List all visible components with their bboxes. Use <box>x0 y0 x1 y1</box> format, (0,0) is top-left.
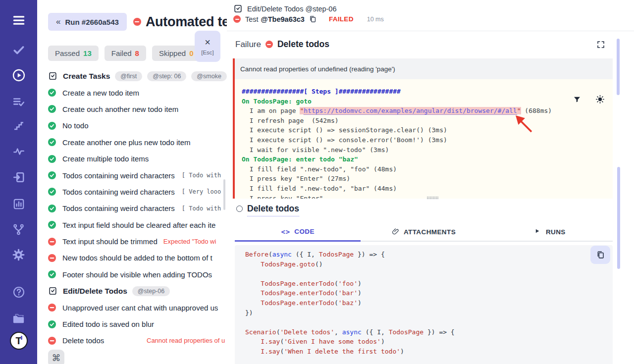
fullscreen-icon[interactable] <box>596 40 605 49</box>
code-line: I.say('Given I have some todos') <box>245 337 613 347</box>
test-meta-row: Test @Tbe9a63c3 FAILED 10 ms <box>233 15 384 23</box>
menu-icon[interactable] <box>0 12 37 29</box>
filter-icon[interactable] <box>573 96 581 104</box>
test-row[interactable]: Create a new todo item <box>48 84 227 101</box>
test-row[interactable]: Todos containing weird characters[ Very … <box>48 184 227 200</box>
runs-icon <box>534 228 542 236</box>
suite-tag[interactable]: @first <box>115 71 142 81</box>
step-line: I fill field ".new-todo", "foo" (48ms) <box>242 164 613 174</box>
page-url-link[interactable]: https://todomvc.com/examples/angular/dis… <box>304 107 517 115</box>
step-line: I execute script () => sessionStorage.cl… <box>242 125 613 135</box>
test-row[interactable]: Text input should be trimmedExpected "To… <box>48 233 227 250</box>
failed-icon <box>48 337 56 345</box>
activity-icon[interactable] <box>0 143 37 160</box>
code-line <box>245 269 613 279</box>
close-overlay-button[interactable]: × [Esc] <box>195 31 220 62</box>
tab-runs[interactable]: RUNS <box>487 223 613 241</box>
duration-label: 10 ms <box>367 16 384 23</box>
test-row[interactable]: Delete todosCannot read properties of u <box>48 332 227 349</box>
test-row[interactable]: Create ouch another new todo item <box>48 101 227 117</box>
test-row[interactable]: Edited todo is saved on blur <box>48 316 227 332</box>
status-badge-skipped[interactable]: Skipped0 <box>152 46 201 61</box>
suite-name: Create Tasks <box>63 72 110 81</box>
login-icon[interactable] <box>0 169 37 186</box>
failed-icon <box>48 238 56 246</box>
code-line: TodosPage.enterTodo('foo') <box>245 279 613 289</box>
close-icon: × <box>205 37 211 47</box>
test-title: Footer should be visible when adding TOD… <box>62 270 212 279</box>
test-failed-icon <box>233 15 241 23</box>
test-row[interactable]: Create multiple todo items <box>48 151 227 167</box>
test-id: @Tbe9a63c3 <box>261 15 305 23</box>
step-line: I fill field ".new-todo", "bar" (44ms) <box>242 184 613 194</box>
run-id-label: Run #2660a543 <box>65 18 118 26</box>
scrollbar-thumb-top[interactable] <box>617 39 620 95</box>
list-scrollbar[interactable] <box>223 179 225 210</box>
suite-tag[interactable]: @step-06 <box>132 286 170 296</box>
failure-header: Failure Delete todos <box>235 39 329 50</box>
test-title: Unapproved user cant chat with unapprove… <box>62 304 218 312</box>
test-row[interactable]: Footer should be visible when adding TOD… <box>48 266 227 283</box>
status-badges: Passed13Failed8Skipped0 <box>48 46 201 61</box>
status-badge-failed[interactable]: Failed8 <box>105 46 146 61</box>
code-icon: <> <box>281 228 290 236</box>
status-badge-passed[interactable]: Passed13 <box>48 46 99 61</box>
copy-test-id-icon[interactable] <box>309 15 317 23</box>
app-logo[interactable]: T <box>0 332 37 349</box>
code-line: TodosPage.enterTodo('bar') <box>245 288 613 298</box>
tab-code[interactable]: <>CODE <box>235 223 361 242</box>
steps-icon[interactable] <box>0 117 37 134</box>
scenario-title[interactable]: Delete todos <box>247 204 299 216</box>
tab-attachments[interactable]: ATTACHMENTS <box>361 223 486 241</box>
test-row[interactable]: Todos containing weird characters[ Todo … <box>48 167 227 183</box>
failed-icon <box>48 254 56 262</box>
suite-row[interactable]: Edit/Delete Todos@step-06 <box>48 283 227 299</box>
step-line: I refresh page (542ms) <box>242 116 613 126</box>
run-back-button[interactable]: « Run #2660a543 <box>48 13 127 31</box>
passed-icon <box>48 89 56 97</box>
header-divider <box>227 31 634 31</box>
tests-check-icon[interactable] <box>0 42 37 58</box>
passed-icon <box>48 122 56 130</box>
failure-test-icon <box>265 41 273 48</box>
run-failed-icon <box>133 18 141 26</box>
command-key-badge[interactable]: ⌘ <box>48 350 64 364</box>
test-row[interactable]: Unapproved user cant chat with unapprove… <box>48 299 227 315</box>
scrollbar-thumb-bottom[interactable] <box>617 167 620 269</box>
test-row[interactable]: Create another one plus new todo item <box>48 134 227 151</box>
tab-label: RUNS <box>546 228 566 236</box>
scenario-status-icon <box>236 206 243 212</box>
test-row[interactable]: Todos containing weird characters[ Todo … <box>48 200 227 216</box>
passed-icon <box>48 171 56 179</box>
projects-icon[interactable] <box>0 310 37 326</box>
suite-tag[interactable]: @smoke <box>191 71 227 81</box>
analytics-icon[interactable] <box>0 196 37 212</box>
settings-icon[interactable] <box>0 246 37 263</box>
sidebar: T <box>0 0 37 364</box>
test-data-preview: [ Very looo <box>182 188 221 195</box>
test-title: Edited todo is saved on blur <box>62 320 154 328</box>
tab-label: CODE <box>294 228 315 235</box>
detail-tabs: <>CODEATTACHMENTSRUNS <box>235 223 613 242</box>
run-play-icon[interactable] <box>0 67 37 84</box>
test-row[interactable]: Text input field should be cleared after… <box>48 217 227 233</box>
copy-code-button[interactable] <box>590 246 610 264</box>
test-title: Todos containing weird characters <box>62 171 175 180</box>
test-row[interactable]: No todo <box>48 117 227 134</box>
steps-section-line: On TodosPage: goto <box>242 97 613 106</box>
branches-icon[interactable] <box>0 221 37 238</box>
theme-sun-icon[interactable] <box>595 94 605 104</box>
passed-icon <box>48 205 56 212</box>
test-label: Test <box>245 15 259 23</box>
test-title: Delete todos <box>62 336 104 345</box>
help-icon[interactable] <box>0 284 37 301</box>
test-row[interactable]: New todos should be added to the bottom … <box>48 250 227 266</box>
steps-log: ################[ Steps ]###############… <box>233 79 613 199</box>
scenario-header: Delete todos <box>236 204 299 216</box>
breadcrumb-suite[interactable]: Edit/Delete Todos @step-06 <box>247 5 337 13</box>
test-plan-icon[interactable] <box>0 94 37 110</box>
resize-grip[interactable] <box>427 197 428 198</box>
attachment-icon <box>392 228 400 236</box>
suite-row[interactable]: Create Tasks@first@step: 06@smoke@sto <box>48 68 227 84</box>
suite-tag[interactable]: @step: 06 <box>147 71 186 81</box>
